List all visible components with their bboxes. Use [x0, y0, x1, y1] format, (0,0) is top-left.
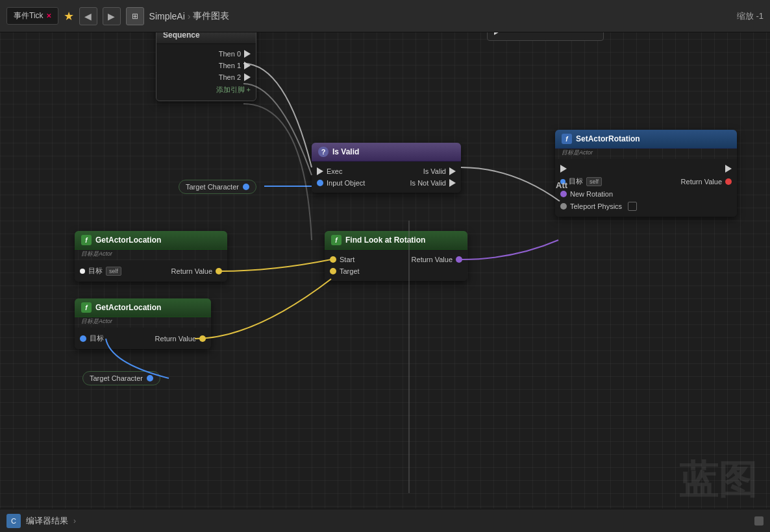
then0-row: Then 0: [156, 48, 256, 60]
get-actor-loc-1-sub: 目标是Actor: [75, 250, 227, 260]
find-target-row: Target: [325, 265, 467, 277]
new-rot-label: New Rotation: [570, 190, 613, 198]
is-valid-title: Is Valid: [332, 147, 359, 156]
teleport-row: Teleport Physics: [555, 200, 737, 213]
find-target-label: Target: [340, 267, 360, 275]
target-char-2-pin: [147, 375, 153, 381]
find-look-at-node: f Find Look at Rotation Start Return Val…: [325, 231, 467, 281]
sequence-body: Then 0 Then 1 Then 2 添加引脚 +: [156, 44, 256, 101]
teleport-checkbox[interactable]: [628, 202, 637, 211]
get-actor-loc-1-header: f GetActorLocation: [75, 231, 227, 250]
get-actor-loc-2-header: f GetActorLocation: [75, 298, 211, 317]
is-valid-header: ? Is Valid: [312, 143, 461, 162]
add-pin-row[interactable]: 添加引脚 +: [156, 83, 256, 97]
set-actor-rot-header: f SetActorRotation: [555, 130, 737, 149]
tab-close-icon[interactable]: ✕: [46, 12, 51, 19]
sequence-node: Sequence Then 0 Then 1 Then 2 添加引脚 +: [156, 26, 256, 101]
target-char-var-2: Target Character: [82, 371, 160, 385]
target-1-in-pin: [80, 269, 85, 274]
add-pin-label[interactable]: 添加引脚 +: [216, 85, 251, 95]
func-icon-4: f: [562, 134, 572, 144]
target-char-1-pin: [243, 184, 249, 190]
then0-pin: [244, 50, 251, 58]
return-2-label: Return Value: [155, 335, 196, 343]
set-return-pin: [725, 178, 732, 185]
set-actor-rot-body: 目标 self Return Value New Rotation Telepo…: [555, 159, 737, 217]
find-return-pin: [456, 256, 462, 263]
tab-label: 事件Tick: [14, 10, 43, 21]
exec-label: Exec: [327, 167, 342, 175]
not-valid-label: Is Not Valid: [410, 179, 446, 187]
exec-row: Exec Is Valid: [312, 165, 461, 177]
get-actor-loc-1-title: GetActorLocation: [95, 236, 161, 245]
then0-label: Then 0: [219, 50, 241, 58]
target-2-in-pin: [80, 335, 86, 342]
compiler-icon-letter: C: [11, 517, 16, 525]
is-valid-out-label: Is Valid: [423, 167, 446, 175]
self-badge-1: self: [106, 267, 121, 276]
resize-handle[interactable]: [754, 516, 764, 526]
get-actor-loc-1-node: f GetActorLocation 目标是Actor 目标 self Retu…: [75, 231, 227, 282]
set-target-label: 目标: [569, 176, 583, 186]
back-button[interactable]: ◀: [79, 7, 97, 25]
set-exec-out-pin: [725, 165, 732, 173]
target-char-var-1: Target Character: [179, 180, 256, 194]
target-1-label: 目标: [88, 266, 103, 276]
then1-label: Then 1: [219, 62, 241, 69]
grid-view-icon[interactable]: ⊞: [126, 7, 144, 25]
teleport-label: Teleport Physics: [570, 202, 622, 210]
func-icon-3: f: [331, 235, 342, 245]
find-look-at-body: Start Return Value Target: [325, 250, 467, 281]
input-obj-label: Input Object: [327, 179, 365, 187]
find-look-at-header: f Find Look at Rotation: [325, 231, 467, 250]
return-2-pin: [199, 335, 206, 342]
is-valid-node: ? Is Valid Exec Is Valid Input Object Is…: [312, 143, 461, 193]
start-pin: [330, 256, 336, 263]
func-icon-1: f: [81, 235, 92, 245]
target-char-2-label: Target Character: [90, 374, 143, 382]
find-return-label: Return Value: [412, 256, 453, 263]
return-1-pin: [216, 268, 222, 274]
bottom-bar: C 编译器结果 ›: [0, 509, 770, 532]
zoom-label: 缩放 -1: [737, 10, 764, 22]
target-2-label: 目标: [90, 333, 104, 343]
event-tick-tab[interactable]: 事件Tick ✕: [6, 7, 58, 25]
then1-pin: [244, 62, 251, 69]
then2-pin: [244, 73, 251, 81]
get-actor-loc-2-sub: 目标是Actor: [75, 317, 211, 328]
set-actor-rot-sub: 目标是Actor: [555, 149, 737, 159]
exec-in-pin: [317, 167, 323, 175]
start-label: Start: [340, 256, 354, 263]
self-badge-2: self: [586, 177, 602, 186]
compiler-label: 编译器结果: [26, 515, 68, 527]
find-look-at-title: Find Look at Rotation: [345, 236, 425, 245]
question-mark-icon: ?: [318, 147, 329, 157]
breadcrumb: SimpleAi › 事件图表: [149, 10, 230, 22]
get-actor-loc-1-body: 目标 self Return Value: [75, 260, 227, 282]
new-rot-row: New Rotation: [555, 188, 737, 200]
set-exec-in-pin: [560, 165, 567, 173]
att-label: Att: [556, 180, 567, 190]
get-actor-loc-2-node: f GetActorLocation 目标是Actor 目标 Return Va…: [75, 298, 211, 349]
input-obj-pin: [317, 180, 323, 186]
teleport-pin: [560, 203, 567, 210]
get-actor-loc-2-body: 目标 Return Value: [75, 328, 211, 349]
set-return-label: Return Value: [681, 178, 722, 186]
start-row: Start Return Value: [325, 254, 467, 265]
breadcrumb-root: SimpleAi: [149, 11, 185, 21]
star-icon[interactable]: ★: [64, 9, 74, 23]
breadcrumb-child: 事件图表: [193, 10, 229, 22]
return-1-label: Return Value: [171, 267, 212, 275]
set-target-row: 目标 self Return Value: [555, 175, 737, 188]
forward-button[interactable]: ▶: [103, 7, 121, 25]
then2-row: Then 2: [156, 71, 256, 83]
compiler-icon: C: [6, 514, 21, 528]
func-icon-2: f: [81, 302, 92, 313]
not-valid-pin: [449, 179, 456, 187]
then2-label: Then 2: [219, 73, 241, 81]
breadcrumb-separator: ›: [188, 11, 191, 21]
is-valid-body: Exec Is Valid Input Object Is Not Valid: [312, 162, 461, 193]
target-char-1-label: Target Character: [186, 183, 239, 191]
bottom-arrow-icon: ›: [73, 516, 76, 526]
is-valid-out-pin: [449, 167, 456, 175]
